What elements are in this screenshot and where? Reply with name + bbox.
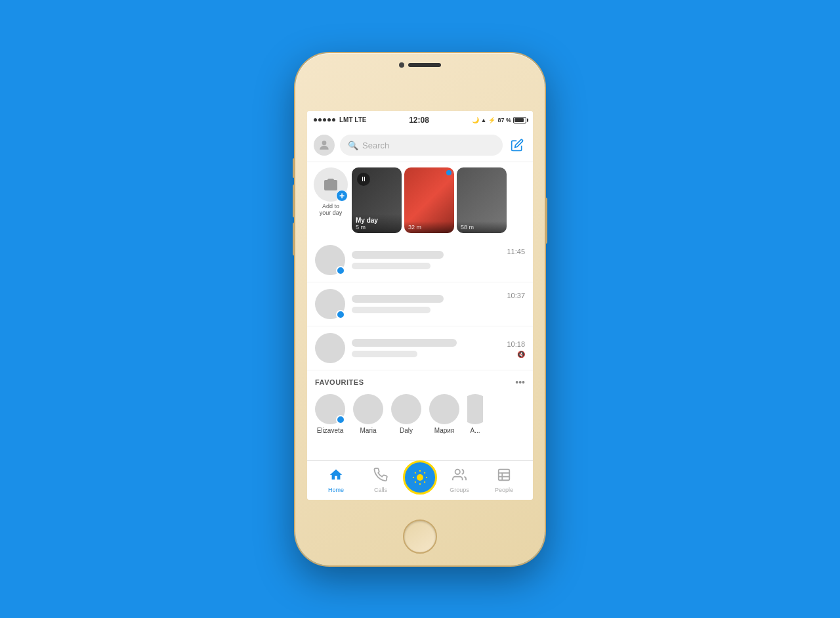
online-badge-1: [336, 310, 345, 319]
camera-icon: [323, 177, 339, 192]
mute-button: [293, 158, 295, 178]
story-overlay-2: 58 m: [457, 221, 507, 233]
svg-rect-12: [499, 469, 510, 480]
location-icon: ▲: [481, 117, 487, 123]
svg-point-2: [417, 474, 423, 481]
svg-line-5: [415, 472, 415, 473]
fav-item-2[interactable]: Daly: [391, 394, 421, 434]
tab-center-inner: [408, 466, 432, 489]
fav-avatar-3: [429, 394, 459, 424]
tab-calls[interactable]: Calls: [358, 468, 403, 493]
favourites-title: FAVOURITES: [315, 378, 364, 386]
people-tab-icon: [497, 468, 511, 485]
chat-item-2[interactable]: 10:18 🔇: [307, 326, 533, 370]
fav-name-0: Elizaveta: [317, 427, 344, 434]
compose-button[interactable]: [508, 136, 526, 154]
signal-dot: [327, 118, 331, 121]
signal-dot: [318, 118, 322, 121]
story-name-0: My day: [356, 217, 398, 224]
chat-item-1[interactable]: 10:37: [307, 282, 533, 326]
calls-icon: [373, 468, 388, 482]
signal-strength: [314, 118, 335, 121]
tab-center[interactable]: [403, 460, 437, 500]
add-story-plus-icon: +: [336, 190, 348, 202]
svg-line-6: [424, 481, 425, 482]
front-camera: [399, 62, 404, 68]
story-unread-dot: [446, 170, 452, 175]
tab-home[interactable]: Home: [314, 468, 358, 493]
favourites-more-button[interactable]: •••: [515, 377, 525, 387]
phone-device: LMT LTE 12:08 🌙 ▲ ⚡ 87 %: [295, 53, 545, 565]
battery-indicator: [513, 117, 526, 123]
favourites-list: Elizaveta Maria Daly Мария: [315, 394, 525, 434]
status-bar: LMT LTE 12:08 🌙 ▲ ⚡ 87 %: [307, 111, 533, 129]
signal-dot: [323, 118, 326, 121]
fav-item-1[interactable]: Maria: [353, 394, 383, 434]
chat-msg-bar-1: [352, 307, 430, 313]
svg-line-9: [415, 481, 415, 482]
tab-center-button[interactable]: [403, 460, 437, 495]
fav-badge-0: [336, 415, 345, 424]
online-badge-0: [336, 266, 345, 275]
power-button: [545, 198, 547, 244]
story-item-1[interactable]: 32 m: [404, 167, 454, 233]
groups-icon: [452, 468, 467, 482]
story-item-2[interactable]: 58 m: [457, 167, 507, 233]
bluetooth-icon: ⚡: [488, 117, 495, 123]
fav-name-1: Maria: [360, 427, 376, 434]
phone-notch: [399, 62, 441, 68]
svg-line-10: [424, 472, 425, 473]
tab-groups[interactable]: Groups: [437, 468, 482, 493]
chat-content-1: [352, 295, 500, 313]
volume-up-button: [293, 185, 295, 217]
fav-avatar-4: [467, 394, 483, 424]
chat-avatar-0: [315, 245, 345, 275]
fav-name-3: Мария: [434, 427, 455, 434]
chat-avatar-1: [315, 289, 345, 319]
chat-content-2: [352, 339, 500, 357]
fav-avatar-0: [315, 394, 345, 424]
chat-time-2: 10:18: [507, 340, 525, 348]
chat-name-bar-2: [352, 339, 457, 347]
sun-icon: [412, 470, 428, 485]
signal-dot: [332, 118, 335, 121]
story-time-0: 5 m: [356, 224, 398, 231]
fav-item-0[interactable]: Elizaveta: [315, 394, 345, 434]
chat-msg-bar-0: [352, 263, 430, 269]
status-time: 12:08: [409, 116, 429, 125]
story-time-1: 32 m: [408, 224, 450, 231]
story-item-0[interactable]: ⏸ My day 5 m: [352, 167, 402, 233]
add-story-item[interactable]: + Add to your day: [312, 167, 349, 233]
home-icon: [329, 468, 343, 482]
story-time-2: 58 m: [461, 224, 503, 231]
chat-list: 11:45 10:37: [307, 238, 533, 370]
groups-tab-icon: [452, 468, 467, 485]
status-right: 🌙 ▲ ⚡ 87 %: [472, 117, 526, 123]
fav-item-4[interactable]: A...: [467, 394, 483, 434]
tab-calls-label: Calls: [374, 487, 387, 493]
tab-people-label: People: [495, 487, 513, 493]
app-header: 🔍 Search: [307, 129, 533, 162]
moon-icon: 🌙: [472, 117, 479, 123]
tab-home-label: Home: [328, 487, 344, 493]
search-icon: 🔍: [348, 141, 358, 150]
user-avatar-icon: [318, 139, 331, 152]
story-pause-icon: ⏸: [357, 173, 370, 186]
search-bar[interactable]: 🔍 Search: [340, 135, 503, 156]
fav-item-3[interactable]: Мария: [429, 394, 459, 434]
svg-point-11: [455, 469, 460, 474]
chat-time-0: 11:45: [507, 248, 525, 255]
tab-groups-label: Groups: [450, 487, 469, 493]
home-button[interactable]: [403, 519, 437, 554]
stories-row: + Add to your day ⏸ My day 5 m: [307, 162, 533, 238]
battery-percent: 87 %: [497, 117, 511, 123]
chat-msg-bar-2: [352, 351, 417, 357]
phone-screen: LMT LTE 12:08 🌙 ▲ ⚡ 87 %: [307, 111, 533, 500]
fav-name-2: Daly: [400, 427, 413, 434]
home-tab-icon: [329, 468, 343, 485]
tab-people[interactable]: People: [482, 468, 526, 493]
user-avatar[interactable]: [314, 135, 335, 156]
svg-point-0: [322, 141, 327, 145]
chat-item-0[interactable]: 11:45: [307, 238, 533, 282]
signal-dot: [314, 118, 317, 121]
